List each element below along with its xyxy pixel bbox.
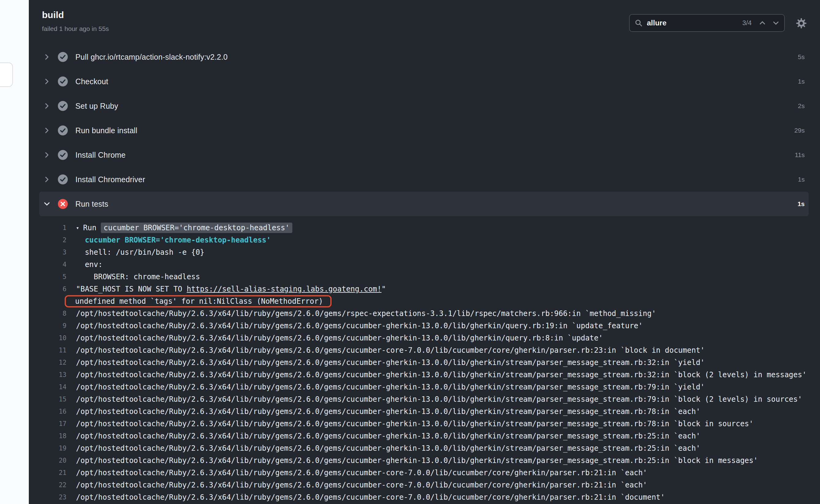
log-line-number[interactable]: 2 xyxy=(29,236,66,244)
chevron-right-icon[interactable] xyxy=(43,77,54,85)
log-search-box[interactable]: allure 3/4 xyxy=(629,14,785,32)
log-line-content: /opt/hostedtoolcache/Ruby/2.6.3/x64/lib/… xyxy=(76,419,754,428)
log-line-content: /opt/hostedtoolcache/Ruby/2.6.3/x64/lib/… xyxy=(76,334,603,342)
log-line-number[interactable]: 5 xyxy=(29,273,66,280)
log-line-number[interactable]: 9 xyxy=(29,322,66,329)
log-text-segment: /opt/hostedtoolcache/Ruby/2.6.3/x64/lib/… xyxy=(76,358,705,367)
search-match-counter: 3/4 xyxy=(742,19,752,27)
collapse-toggle-icon[interactable]: ▾ xyxy=(76,225,79,231)
log-line-number[interactable]: 20 xyxy=(29,457,66,464)
step-duration: 1s xyxy=(798,78,805,85)
step-row-pull-ghcr-io-rtcamp-action-slack-notify-v2-2-0[interactable]: Pull ghcr.io/rtcamp/action-slack-notify:… xyxy=(29,45,820,69)
log-line-content: /opt/hostedtoolcache/Ruby/2.6.3/x64/lib/… xyxy=(76,358,705,367)
log-line-number[interactable]: 10 xyxy=(29,334,66,342)
log-line-22: 22/opt/hostedtoolcache/Ruby/2.6.3/x64/li… xyxy=(29,479,820,491)
job-sidebar-edge xyxy=(0,0,29,504)
log-line-11: 11/opt/hostedtoolcache/Ruby/2.6.3/x64/li… xyxy=(29,344,820,356)
chevron-up-icon xyxy=(758,19,766,27)
step-row-run-bundle-install[interactable]: Run bundle install29s xyxy=(29,118,820,143)
chevron-right-icon[interactable] xyxy=(43,126,54,134)
search-input[interactable]: allure xyxy=(647,19,738,27)
success-check-icon xyxy=(58,174,68,185)
search-next-button[interactable] xyxy=(771,18,781,28)
step-duration: 29s xyxy=(794,127,805,134)
log-text-segment: shell: /usr/bin/bash -e {0} xyxy=(76,248,204,257)
log-line-5: 5 BROWSER: chrome-headless xyxy=(29,271,820,283)
step-label: Run bundle install xyxy=(75,126,794,135)
log-text-segment: /opt/hostedtoolcache/Ruby/2.6.3/x64/lib/… xyxy=(76,481,647,489)
step-label: Install Chromedriver xyxy=(75,175,798,184)
gear-icon xyxy=(796,17,807,29)
log-line-4: 4 env: xyxy=(29,258,820,271)
log-line-23: 23/opt/hostedtoolcache/Ruby/2.6.3/x64/li… xyxy=(29,491,820,503)
log-line-number[interactable]: 3 xyxy=(29,249,66,256)
chevron-right-icon[interactable] xyxy=(43,175,54,183)
log-line-2: 2 cucumber BROWSER='chrome-desktop-headl… xyxy=(29,234,820,246)
log-line-content: "BASE_HOST IS NOW SET TO https://sell-al… xyxy=(76,285,386,293)
log-line-content: /opt/hostedtoolcache/Ruby/2.6.3/x64/lib/… xyxy=(76,481,647,489)
step-row-install-chromedriver[interactable]: Install Chromedriver1s xyxy=(29,167,820,192)
log-header: build failed 1 hour ago in 55s allure 3/… xyxy=(29,0,820,45)
step-row-set-up-ruby[interactable]: Set up Ruby2s xyxy=(29,94,820,118)
log-line-21: 21/opt/hostedtoolcache/Ruby/2.6.3/x64/li… xyxy=(29,467,820,479)
log-line-number[interactable]: 11 xyxy=(29,347,66,354)
log-line-number[interactable]: 1 xyxy=(29,224,66,231)
log-line-content: /opt/hostedtoolcache/Ruby/2.6.3/x64/lib/… xyxy=(76,444,700,453)
log-line-content: ▾Run cucumber BROWSER='chrome-desktop-he… xyxy=(76,223,292,233)
log-line-number[interactable]: 12 xyxy=(29,359,66,366)
log-line-number[interactable]: 15 xyxy=(29,396,66,403)
log-line-9: 9/opt/hostedtoolcache/Ruby/2.6.3/x64/lib… xyxy=(29,320,820,332)
search-prev-button[interactable] xyxy=(758,18,767,28)
log-line-17: 17/opt/hostedtoolcache/Ruby/2.6.3/x64/li… xyxy=(29,418,820,430)
log-line-content: cucumber BROWSER='chrome-desktop-headles… xyxy=(76,236,271,244)
log-line-content: /opt/hostedtoolcache/Ruby/2.6.3/x64/lib/… xyxy=(76,370,807,379)
success-check-icon xyxy=(58,52,68,62)
job-title: build xyxy=(42,10,64,20)
step-row-install-chrome[interactable]: Install Chrome11s xyxy=(29,143,820,167)
chevron-down-icon[interactable] xyxy=(43,200,54,208)
log-line-number[interactable]: 14 xyxy=(29,383,66,391)
log-text-segment: " xyxy=(382,285,386,293)
chevron-right-icon[interactable] xyxy=(43,53,54,61)
log-line-3: 3 shell: /usr/bin/bash -e {0} xyxy=(29,246,820,258)
log-line-number[interactable]: 6 xyxy=(29,285,66,293)
step-row-run-tests[interactable]: Run tests1s xyxy=(39,192,809,216)
log-line-number[interactable]: 8 xyxy=(29,310,66,317)
log-line-content: /opt/hostedtoolcache/Ruby/2.6.3/x64/lib/… xyxy=(76,395,802,404)
log-line-number[interactable]: 22 xyxy=(29,481,66,489)
log-line-14: 14/opt/hostedtoolcache/Ruby/2.6.3/x64/li… xyxy=(29,381,820,393)
log-line-content: /opt/hostedtoolcache/Ruby/2.6.3/x64/lib/… xyxy=(76,456,758,465)
log-line-number[interactable]: 13 xyxy=(29,371,66,378)
log-text-segment: /opt/hostedtoolcache/Ruby/2.6.3/x64/lib/… xyxy=(76,395,802,404)
step-label: Pull ghcr.io/rtcamp/action-slack-notify:… xyxy=(75,53,798,62)
log-line-number[interactable]: 19 xyxy=(29,445,66,452)
log-line-content: /opt/hostedtoolcache/Ruby/2.6.3/x64/lib/… xyxy=(76,309,656,318)
step-duration: 1s xyxy=(798,200,805,208)
step-row-checkout[interactable]: Checkout1s xyxy=(29,69,820,94)
log-line-number[interactable]: 16 xyxy=(29,408,66,415)
log-text-segment: cucumber BROWSER='chrome-desktop-headles… xyxy=(76,236,271,244)
log-text-segment: /opt/hostedtoolcache/Ruby/2.6.3/x64/lib/… xyxy=(76,383,705,391)
log-text-segment: /opt/hostedtoolcache/Ruby/2.6.3/x64/lib/… xyxy=(76,407,700,416)
steps-list: Pull ghcr.io/rtcamp/action-slack-notify:… xyxy=(29,45,820,216)
chevron-right-icon[interactable] xyxy=(43,102,54,110)
log-line-number[interactable]: 23 xyxy=(29,494,66,501)
log-link[interactable]: https://sell-alias-staging.labs.goateng.… xyxy=(186,285,382,293)
chevron-right-icon[interactable] xyxy=(43,151,54,159)
log-text-segment: "BASE_HOST IS NOW SET TO xyxy=(76,285,186,293)
log-line-12: 12/opt/hostedtoolcache/Ruby/2.6.3/x64/li… xyxy=(29,356,820,369)
log-line-content: /opt/hostedtoolcache/Ruby/2.6.3/x64/lib/… xyxy=(76,432,700,440)
search-icon xyxy=(635,19,643,27)
log-settings-button[interactable] xyxy=(796,17,807,30)
sidebar-selected-job-tab[interactable] xyxy=(0,62,13,87)
log-line-20: 20/opt/hostedtoolcache/Ruby/2.6.3/x64/li… xyxy=(29,454,820,467)
step-duration: 1s xyxy=(798,176,805,183)
log-line-number[interactable]: 21 xyxy=(29,469,66,476)
log-line-number[interactable]: 17 xyxy=(29,420,66,427)
log-line-number[interactable]: 4 xyxy=(29,261,66,268)
log-text-segment: /opt/hostedtoolcache/Ruby/2.6.3/x64/lib/… xyxy=(76,444,700,453)
log-line-number[interactable]: 18 xyxy=(29,432,66,440)
success-check-icon xyxy=(58,101,68,111)
failed-x-icon xyxy=(58,199,68,209)
log-line-content: undefined method `tags' for nil:NilClass… xyxy=(65,295,332,307)
